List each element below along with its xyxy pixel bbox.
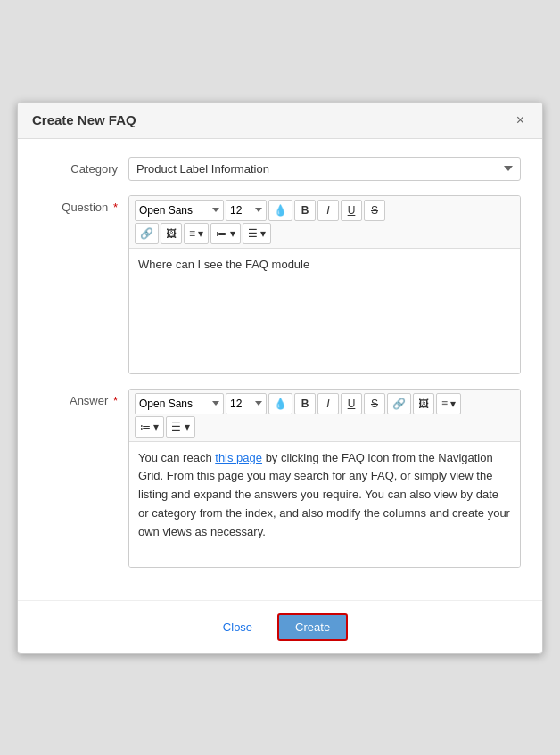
answer-toolbar-row2: ≔ ▾ ☰ ▾: [135, 416, 515, 438]
question-strikethrough-btn[interactable]: S: [364, 200, 385, 221]
question-text: Where can I see the FAQ module: [138, 258, 309, 271]
question-toolbar-row2: 🔗 🖼 ≡ ▾ ≔ ▾: [135, 223, 515, 244]
answer-align-icon: ≡ ▾: [441, 398, 456, 410]
modal-body: Category Product Label Information Gener…: [18, 139, 542, 600]
question-underline-btn[interactable]: U: [341, 200, 362, 221]
question-font-select[interactable]: Open Sans Arial: [135, 200, 224, 221]
question-list-btn[interactable]: ≔ ▾: [210, 223, 240, 244]
answer-align-btn[interactable]: ≡ ▾: [436, 393, 461, 414]
question-required-star: *: [110, 201, 118, 214]
image-icon: 🖼: [166, 227, 177, 240]
align-icon: ≡ ▾: [189, 227, 203, 240]
answer-image-icon: 🖼: [418, 398, 429, 410]
answer-image-btn[interactable]: 🖼: [413, 393, 434, 414]
question-control: Open Sans Arial 12 8 14 16: [128, 195, 521, 374]
answer-prefix: You can reach: [138, 451, 215, 464]
droplet-icon: 💧: [274, 204, 287, 217]
answer-label: Answer *: [39, 389, 128, 407]
answer-required-star: *: [110, 394, 118, 407]
answer-bold-btn[interactable]: B: [294, 393, 316, 414]
question-indent-btn[interactable]: ☰ ▾: [243, 223, 271, 244]
answer-font-select[interactable]: Open Sans Arial: [135, 393, 224, 414]
question-row: Question * Open Sans Arial: [39, 195, 521, 374]
link-icon: 🔗: [140, 227, 153, 240]
answer-link-icon: 🔗: [392, 398, 406, 410]
answer-content-area[interactable]: You can reach this page by clicking the …: [129, 442, 520, 567]
category-select[interactable]: Product Label Information General Techni…: [128, 157, 521, 181]
answer-control: Open Sans Arial 12 8 14 💧: [128, 389, 521, 568]
answer-droplet-icon: 💧: [274, 398, 287, 410]
answer-bold-icon: B: [301, 398, 309, 410]
category-label: Category: [39, 157, 128, 176]
bold-icon: B: [301, 204, 309, 217]
list-icon: ≔ ▾: [216, 227, 235, 240]
answer-list2-btn[interactable]: ☰ ▾: [166, 416, 194, 438]
answer-size-select[interactable]: 12 8 14: [226, 393, 267, 414]
question-link-btn[interactable]: 🔗: [135, 223, 159, 244]
answer-link-btn[interactable]: 🔗: [387, 393, 411, 414]
modal-close-button[interactable]: ×: [513, 111, 528, 129]
answer-list2-icon: ☰ ▾: [171, 421, 189, 433]
modal-title: Create New FAQ: [32, 112, 136, 127]
question-align-btn[interactable]: ≡ ▾: [184, 223, 209, 244]
create-button[interactable]: Create: [277, 613, 348, 641]
question-size-select[interactable]: 12 8 14 16: [226, 200, 267, 221]
question-toolbar-row1: Open Sans Arial 12 8 14 16: [135, 200, 515, 221]
category-control: Product Label Information General Techni…: [128, 157, 521, 181]
answer-toolbar-row1: Open Sans Arial 12 8 14 💧: [135, 393, 515, 414]
answer-editor: Open Sans Arial 12 8 14 💧: [128, 389, 521, 568]
answer-underline-icon: U: [348, 398, 356, 410]
question-bold-btn[interactable]: B: [294, 200, 316, 221]
strikethrough-icon: S: [371, 204, 378, 217]
answer-list1-btn[interactable]: ≔ ▾: [135, 416, 164, 438]
answer-strikethrough-btn[interactable]: S: [364, 393, 385, 414]
answer-toolbar: Open Sans Arial 12 8 14 💧: [129, 390, 520, 442]
answer-list1-icon: ≔ ▾: [140, 421, 159, 433]
question-toolbar: Open Sans Arial 12 8 14 16: [129, 196, 520, 249]
answer-text: You can reach this page by clicking the …: [138, 451, 510, 538]
answer-row: Answer * Open Sans Arial: [39, 389, 521, 568]
answer-italic-icon: I: [326, 398, 329, 410]
answer-strikethrough-icon: S: [371, 398, 378, 410]
answer-color-btn[interactable]: 💧: [268, 393, 292, 414]
indent-icon: ☰ ▾: [248, 227, 266, 240]
modal-overlay: Create New FAQ × Category Product Label …: [0, 0, 560, 755]
question-label: Question *: [39, 195, 128, 214]
question-color-btn[interactable]: 💧: [268, 200, 292, 221]
answer-underline-btn[interactable]: U: [341, 393, 362, 414]
modal-footer: Close Create: [18, 600, 542, 653]
italic-icon: I: [326, 204, 329, 217]
question-italic-btn[interactable]: I: [317, 200, 339, 221]
underline-icon: U: [348, 204, 356, 217]
close-button[interactable]: Close: [212, 615, 263, 639]
modal-header: Create New FAQ ×: [18, 103, 542, 139]
question-content-area[interactable]: Where can I see the FAQ module: [129, 249, 520, 373]
question-image-btn[interactable]: 🖼: [161, 223, 182, 244]
category-row: Category Product Label Information Gener…: [39, 157, 521, 181]
answer-link-text[interactable]: this page: [215, 451, 262, 464]
answer-italic-btn[interactable]: I: [317, 393, 339, 414]
create-faq-modal: Create New FAQ × Category Product Label …: [17, 102, 543, 654]
question-editor: Open Sans Arial 12 8 14 16: [128, 195, 521, 374]
